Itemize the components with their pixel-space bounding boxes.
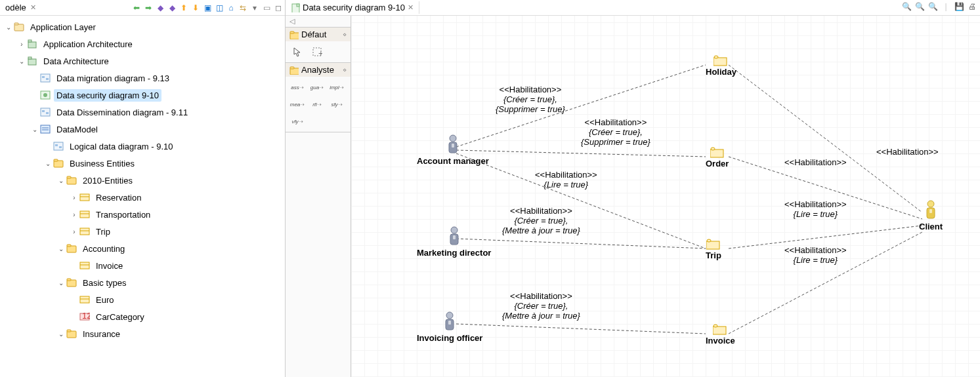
nav-back-icon[interactable]: ⬅ (131, 3, 142, 13)
collapse-icon[interactable]: ⋄ (343, 66, 347, 73)
tree-item[interactable]: ⌄Accounting (3, 240, 285, 257)
tree-item[interactable]: ›Transportation (3, 206, 285, 223)
menu-icon[interactable]: ▾ (249, 3, 260, 13)
tree-item[interactable]: Logical data diagram - 9.10 (3, 138, 285, 155)
chevron-right-icon[interactable]: › (70, 228, 79, 235)
palette-header[interactable]: Analyste⋄ (286, 63, 351, 77)
model-tree[interactable]: ⌄Application Layer›Application Architect… (0, 16, 285, 377)
entity-icon (79, 226, 91, 237)
actor-acct[interactable]: Account manager (417, 134, 489, 166)
chevron-down-icon[interactable]: ⌄ (17, 58, 26, 65)
nav-forward-icon[interactable]: ➡ (143, 3, 154, 13)
up-icon[interactable]: ⬆ (179, 3, 189, 13)
tree-item[interactable]: Data Dissemination diagram - 9.11 (3, 104, 285, 121)
model-tab[interactable]: odèle ✕ (1, 1, 40, 14)
tree-item[interactable]: CarCategory (3, 308, 285, 325)
tree-item[interactable]: ⌄Application Layer (3, 18, 285, 35)
tree-item[interactable]: ›Application Architecture (3, 35, 285, 52)
tree-item-label: Accounting (80, 243, 127, 255)
actor-inv[interactable]: Invoicing officer (417, 311, 482, 343)
diagram-icon (53, 140, 64, 152)
palette-tool-marquee[interactable]: + (309, 45, 325, 58)
palette-tool-rfi[interactable]: rfi⇢ (309, 98, 325, 111)
chevron-right-icon[interactable]: › (17, 41, 26, 48)
editor-tab-label: Data security diagram 9-10 (303, 3, 405, 12)
chevron-right-icon[interactable]: › (70, 211, 79, 218)
print-icon[interactable]: 🖨 (967, 1, 977, 12)
link-icon[interactable]: ⇆ (238, 3, 248, 13)
tree-item[interactable]: Data security diagram 9-10 (3, 87, 285, 104)
entity-holiday[interactable]: Holiday (706, 55, 736, 77)
actor-icon (442, 311, 458, 332)
diagram-canvas[interactable]: Account managerMarketing directorInvoici… (351, 16, 980, 377)
palette-breadcrumb[interactable]: ◁ (286, 16, 351, 28)
home-icon[interactable]: ⌂ (226, 3, 236, 13)
palette-tool-mea[interactable]: mea⇢ (289, 98, 305, 111)
zoom-in-icon[interactable]: 🔍 (901, 1, 912, 12)
tree-item-label: Trip (93, 226, 113, 238)
diamond-right-icon[interactable]: ◆ (167, 3, 177, 13)
tree-item-label: Data migration diagram - 9.13 (54, 72, 172, 85)
tree-item-label: Invoice (93, 260, 125, 272)
maximize-icon[interactable]: ◻ (273, 3, 284, 13)
palette-tool-sfy[interactable]: sfy⇢ (329, 98, 345, 111)
tree-item[interactable]: ⌄2010-Entities (3, 172, 285, 189)
zoom-reset-icon[interactable]: 🔍 (927, 1, 938, 12)
chevron-down-icon[interactable]: ⌄ (4, 24, 13, 31)
layout-icon[interactable]: ◫ (214, 3, 224, 13)
tree-item[interactable]: Data migration diagram - 9.13 (3, 69, 285, 87)
folder-y-icon (66, 328, 77, 340)
minimize-icon[interactable]: ▭ (261, 3, 272, 13)
palette-tool-impl[interactable]: impl⇢ (329, 81, 345, 94)
tree-item[interactable]: ⌄Business Entities (3, 155, 285, 172)
palette-section: Défaut⋄+ (286, 28, 351, 63)
diagram-sec-icon (39, 89, 51, 101)
chevron-down-icon[interactable]: ⌄ (30, 126, 39, 133)
tree-item-label: Insurance (80, 328, 123, 340)
tree-item[interactable]: ⌄Insurance (3, 325, 285, 342)
zoom-out-icon[interactable]: 🔍 (914, 1, 925, 12)
palette-tool-ass[interactable]: ass⇢ (289, 81, 305, 94)
editor-tab[interactable]: Data security diagram 9-10 ✕ (286, 1, 419, 14)
down-icon[interactable]: ⬇ (190, 3, 201, 13)
actor-mkt[interactable]: Marketing director (417, 226, 491, 258)
chevron-down-icon[interactable]: ⌄ (56, 330, 66, 338)
tree-item[interactable]: ⌄Data Architecture (3, 52, 285, 69)
diamond-left-icon[interactable]: ◆ (155, 3, 165, 13)
chevron-right-icon[interactable]: › (70, 194, 79, 201)
collapse-icon[interactable]: ⋄ (343, 31, 347, 38)
relation-label: <<Habilitation>>{Créer = true},{Mettre à… (502, 291, 580, 321)
tree-item[interactable]: ⌄DataModel (3, 121, 285, 138)
chevron-down-icon[interactable]: ⌄ (56, 279, 66, 287)
tree-item-label: Logical data diagram - 9.10 (67, 140, 176, 153)
palette-tool-gua[interactable]: gua⇢ (309, 81, 325, 94)
actor-client[interactable]: Client (919, 199, 943, 231)
tree-item[interactable]: ›Trip (3, 223, 285, 240)
entity-order[interactable]: Order (706, 147, 729, 169)
palette-tool-pointer[interactable] (289, 45, 305, 58)
folder-icon (289, 30, 299, 39)
svg-line-35 (729, 65, 922, 212)
save-image-icon[interactable]: 💾 (954, 1, 964, 12)
tree-item[interactable]: Euro (3, 291, 285, 308)
chevron-down-icon[interactable]: ⌄ (56, 177, 66, 184)
chevron-down-icon[interactable]: ⌄ (43, 160, 53, 167)
model-tab-label: odèle (5, 3, 26, 12)
tree-item[interactable]: ›Reservation (3, 189, 285, 206)
tree-item-label: Business Entities (67, 157, 137, 170)
left-tabbar: odèle ✕ ⬅ ➡ ◆ ◆ ⬆ ⬇ ▣ ◫ ⌂ ⇆ ▾ ▭ ◻ (0, 0, 285, 16)
entity-trip[interactable]: Trip (706, 239, 721, 260)
tree-item[interactable]: ⌄Basic types (3, 274, 285, 291)
chevron-down-icon[interactable]: ⌄ (56, 245, 66, 252)
tree-item-label: Data Dissemination diagram - 9.11 (54, 106, 190, 119)
tree-item[interactable]: Invoice (3, 257, 285, 274)
svg-line-34 (456, 324, 706, 334)
entity-icon (79, 260, 91, 271)
collapse-icon[interactable]: ▣ (202, 3, 213, 13)
palette-tool-vfy[interactable]: vfy⇢ (289, 115, 305, 128)
close-icon[interactable]: ✕ (408, 3, 414, 12)
palette-header[interactable]: Défaut⋄ (286, 28, 351, 41)
close-icon[interactable]: ✕ (30, 3, 36, 12)
relation-label: <<Habilitation>> (876, 147, 939, 157)
entity-invoice[interactable]: Invoice (706, 324, 735, 346)
